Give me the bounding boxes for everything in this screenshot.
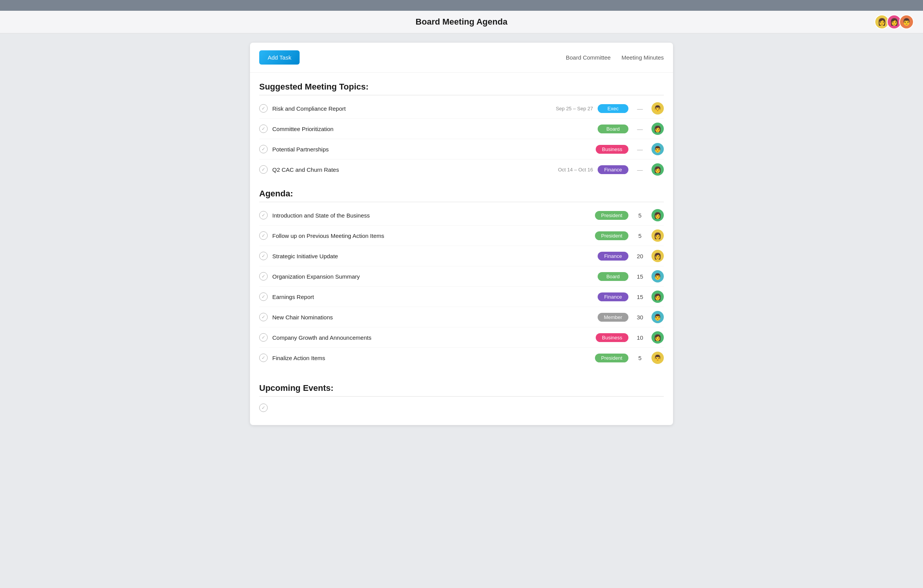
task-dash: — xyxy=(633,146,647,153)
suggested-topics-title: Suggested Meeting Topics: xyxy=(259,82,368,92)
app-header: Board Meeting Agenda 👩 👩 👨 xyxy=(0,11,923,33)
check-icon[interactable]: ✓ xyxy=(259,272,268,281)
list-item: ✓ New Chair Nominations Member 30 👨 xyxy=(259,307,664,327)
nav-meeting-minutes[interactable]: Meeting Minutes xyxy=(621,54,664,61)
top-bar xyxy=(0,0,923,11)
content-area: Suggested Meeting Topics: ✓ Risk and Com… xyxy=(250,73,673,425)
check-icon[interactable]: ✓ xyxy=(259,231,268,240)
task-dash: — xyxy=(633,166,647,173)
task-avatar: 👨 xyxy=(651,352,664,364)
task-avatar: 👨 xyxy=(651,102,664,115)
main-panel: Add Task Board Committee Meeting Minutes… xyxy=(250,43,673,425)
task-avatar: 👩 xyxy=(651,123,664,135)
toolbar: Add Task Board Committee Meeting Minutes xyxy=(250,43,673,73)
list-item: ✓ Finalize Action Items President 5 👨 xyxy=(259,348,664,368)
list-item: ✓ Follow up on Previous Meeting Action I… xyxy=(259,226,664,246)
task-number: 10 xyxy=(633,334,647,341)
tag-president: President xyxy=(595,354,628,362)
task-name: Introduction and State of the Business xyxy=(272,212,590,219)
check-icon[interactable]: ✓ xyxy=(259,404,268,412)
header-avatars: 👩 👩 👨 xyxy=(875,15,914,29)
task-avatar: 👩 xyxy=(651,291,664,303)
list-item: ✓ Committee Prioritization Board — 👩 xyxy=(259,119,664,139)
check-icon[interactable]: ✓ xyxy=(259,145,268,153)
list-item: ✓ Earnings Report Finance 15 👩 xyxy=(259,287,664,307)
list-item: ✓ Company Growth and Announcements Busin… xyxy=(259,327,664,348)
task-name: Company Growth and Announcements xyxy=(272,334,591,341)
list-item: ✓ Introduction and State of the Business… xyxy=(259,205,664,226)
check-icon[interactable]: ✓ xyxy=(259,354,268,362)
task-avatar: 👨 xyxy=(651,311,664,323)
list-item: ✓ Q2 CAC and Churn Rates Oct 14 – Oct 16… xyxy=(259,159,664,179)
task-name: Potential Partnerships xyxy=(272,146,536,153)
tag-finance: Finance xyxy=(598,292,628,301)
task-avatar: 👩 xyxy=(651,229,664,242)
list-item: ✓ Risk and Compliance Report Sep 25 – Se… xyxy=(259,98,664,119)
avatar-3[interactable]: 👨 xyxy=(899,15,914,29)
task-name: Organization Expansion Summary xyxy=(272,273,593,280)
suggested-topics-header: Suggested Meeting Topics: xyxy=(259,73,664,95)
check-icon[interactable]: ✓ xyxy=(259,313,268,321)
task-number: 30 xyxy=(633,314,647,321)
upcoming-events-header: Upcoming Events: xyxy=(259,374,664,396)
tag-president: President xyxy=(595,211,628,220)
tag-board: Board xyxy=(598,125,628,133)
task-dash: — xyxy=(633,126,647,132)
agenda-title: Agenda: xyxy=(259,189,293,199)
task-name: Finalize Action Items xyxy=(272,355,590,361)
suggested-topics-list: ✓ Risk and Compliance Report Sep 25 – Se… xyxy=(259,98,664,179)
task-name: Q2 CAC and Churn Rates xyxy=(272,166,538,173)
list-item: ✓ Organization Expansion Summary Board 1… xyxy=(259,266,664,287)
task-date: Oct 14 – Oct 16 xyxy=(543,167,593,173)
page-title: Board Meeting Agenda xyxy=(416,17,508,27)
task-name: Strategic Initiative Update xyxy=(272,253,593,259)
tag-finance: Finance xyxy=(598,165,628,174)
task-name: Earnings Report xyxy=(272,294,593,300)
check-icon[interactable]: ✓ xyxy=(259,333,268,342)
agenda-header: Agenda: xyxy=(259,179,664,202)
agenda-list: ✓ Introduction and State of the Business… xyxy=(259,205,664,368)
task-number: 5 xyxy=(633,355,647,361)
tag-exec: Exec xyxy=(598,104,628,113)
task-name: Committee Prioritization xyxy=(272,126,538,132)
check-icon[interactable]: ✓ xyxy=(259,211,268,219)
tag-finance: Finance xyxy=(598,252,628,261)
task-number: 15 xyxy=(633,273,647,280)
check-icon[interactable]: ✓ xyxy=(259,292,268,301)
nav-board-committee[interactable]: Board Committee xyxy=(566,54,611,61)
task-dash: — xyxy=(633,105,647,112)
task-number: 20 xyxy=(633,253,647,259)
task-avatar: 👨 xyxy=(651,143,664,155)
check-icon[interactable]: ✓ xyxy=(259,125,268,133)
list-item: ✓ Strategic Initiative Update Finance 20… xyxy=(259,246,664,266)
task-name: Risk and Compliance Report xyxy=(272,105,538,112)
task-number: 5 xyxy=(633,233,647,239)
list-item: ✓ xyxy=(259,400,664,416)
task-number: 15 xyxy=(633,294,647,300)
upcoming-events-title: Upcoming Events: xyxy=(259,383,333,393)
tag-president: President xyxy=(595,231,628,240)
suggested-topics-divider xyxy=(259,95,664,95)
task-number: 5 xyxy=(633,212,647,219)
task-avatar: 👩 xyxy=(651,209,664,221)
task-avatar: 👨 xyxy=(651,270,664,282)
upcoming-events-section: Upcoming Events: ✓ xyxy=(259,368,664,416)
tag-board: Board xyxy=(598,272,628,281)
task-avatar: 👩 xyxy=(651,331,664,344)
add-task-button[interactable]: Add Task xyxy=(259,50,300,65)
check-icon[interactable]: ✓ xyxy=(259,104,268,113)
list-item: ✓ Potential Partnerships Business — 👨 xyxy=(259,139,664,159)
task-name: New Chair Nominations xyxy=(272,314,593,321)
tag-member: Member xyxy=(598,313,628,322)
task-avatar: 👩 xyxy=(651,163,664,176)
task-name: Follow up on Previous Meeting Action Ite… xyxy=(272,233,590,239)
toolbar-nav: Board Committee Meeting Minutes xyxy=(566,54,664,61)
task-avatar: 👩 xyxy=(651,250,664,262)
upcoming-events-divider xyxy=(259,396,664,397)
tag-business: Business xyxy=(596,333,628,342)
task-date: Sep 25 – Sep 27 xyxy=(543,106,593,111)
agenda-divider xyxy=(259,202,664,202)
check-icon[interactable]: ✓ xyxy=(259,165,268,174)
tag-business: Business xyxy=(596,145,628,154)
check-icon[interactable]: ✓ xyxy=(259,252,268,260)
